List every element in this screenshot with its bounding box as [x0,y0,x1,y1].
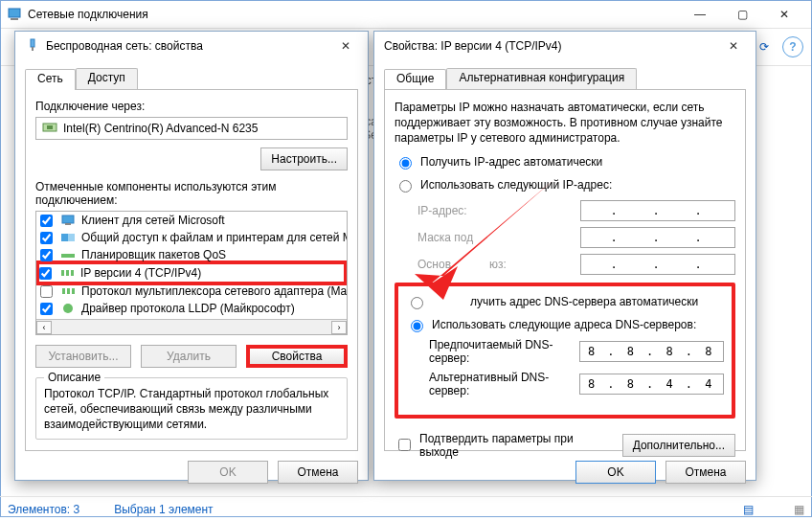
dlg1-title: Беспроводная сеть: свойства [46,39,333,53]
list-item-label: Протокол мультиплексора сетевого адаптер… [81,284,348,298]
list-item[interactable]: Клиент для сетей Microsoft [36,212,347,229]
radio-dns-manual-row[interactable]: Использовать следующие адреса DNS-сервер… [406,317,724,332]
tab-alt-config[interactable]: Альтернативная конфигурация [446,68,637,89]
status-selected: Выбран 1 элемент [114,503,213,516]
network-icon [7,7,22,22]
description-legend: Описание [44,371,104,384]
svg-rect-9 [68,234,75,241]
svg-rect-1 [11,18,18,20]
list-item-checkbox[interactable] [40,215,53,227]
dlg2-close-button[interactable]: ✕ [721,34,746,58]
tab-access[interactable]: Доступ [76,68,138,89]
view-details-icon[interactable]: ▤ [743,503,754,516]
radio-ip-manual[interactable] [399,180,412,193]
install-button[interactable]: Установить... [35,345,131,368]
help-icon[interactable]: ? [782,36,803,57]
alternate-dns-input[interactable]: 8.8.4.4 [579,374,724,395]
remove-button[interactable]: Удалить [141,345,237,368]
ethernet-icon [42,121,57,137]
svg-rect-14 [62,288,65,294]
svg-rect-6 [62,215,74,223]
list-item[interactable]: Протокол мультиплексора сетевого адаптер… [36,283,347,300]
list-item-checkbox[interactable] [40,303,53,315]
tab-network[interactable]: Сеть [25,69,76,90]
list-item[interactable]: Общий доступ к файлам и принтерам для се… [36,229,347,246]
description-fieldset: Описание Протокол TCP/IP. Стандартный пр… [35,377,348,440]
gateway-input: . . . [580,254,735,275]
intro-text: Параметры IP можно назначать автоматичес… [395,100,735,147]
main-titlebar: Сетевые подключения — ▢ ✕ [1,1,811,28]
svg-rect-5 [47,125,53,129]
dlg2-title: Свойства: IP версии 4 (TCP/IPv4) [384,39,721,53]
scroll-right-icon[interactable]: › [331,321,347,334]
components-listbox[interactable]: Клиент для сетей MicrosoftОбщий доступ к… [35,211,348,335]
svg-rect-8 [61,234,68,241]
component-icon [60,214,76,227]
alternate-dns-label: Альтернативный DNS-сервер: [429,371,579,397]
properties-button[interactable]: Свойства [246,345,348,368]
radio-ip-auto[interactable] [399,157,412,170]
maximize-button[interactable]: ▢ [721,1,763,28]
adapter-combo[interactable]: Intel(R) Centrino(R) Advanced-N 6235 [35,117,348,140]
confirm-on-exit-row[interactable]: Подтвердить параметры при выходе Дополни… [395,432,735,459]
radio-dns-auto-row[interactable]: лучить адрес DNS-сервера автоматически [406,294,724,309]
status-elements: Элементов: 3 [8,503,79,516]
svg-rect-16 [72,288,75,294]
list-item-checkbox[interactable] [40,232,53,244]
radio-ip-manual-label: Использовать следующий IP-адрес: [420,178,612,192]
svg-rect-15 [67,288,70,294]
list-item-checkbox[interactable] [40,249,53,261]
description-text: Протокол TCP/IP. Стандартный протокол гл… [44,386,339,433]
status-bar: Элементов: 3 Выбран 1 элемент ▤ ▦ [0,496,812,521]
minimize-button[interactable]: — [679,1,721,28]
component-icon [60,284,76,298]
dlg1-titlebar: Беспроводная сеть: свойства ✕ [15,32,368,60]
radio-ip-auto-label: Получить IP-адрес автоматически [420,155,602,169]
radio-ip-manual-row[interactable]: Использовать следующий IP-адрес: [395,177,735,193]
view-large-icon[interactable]: ▦ [794,503,804,516]
dlg1-tabs: Сеть Доступ [25,68,358,89]
svg-rect-10 [61,254,75,258]
list-item-checkbox[interactable] [40,285,53,298]
dlg2-cancel-button[interactable]: Отмена [665,461,746,484]
dlg1-cancel-button[interactable]: Отмена [278,461,358,484]
horizontal-scrollbar[interactable]: ‹ › [36,319,347,334]
refresh-icon[interactable]: ⟳ [754,36,775,57]
network-small-icon [25,37,40,56]
scroll-left-icon[interactable]: ‹ [36,321,52,334]
list-item-checkbox[interactable] [39,267,52,280]
main-title: Сетевые подключения [28,8,679,21]
list-item[interactable]: Драйвер протокола LLDP (Майкрософт) [36,300,347,317]
ip-address-input: . . . [580,200,735,221]
dlg1-close-button[interactable]: ✕ [333,34,358,58]
connect-via-label: Подключение через: [35,100,348,113]
radio-dns-manual[interactable] [411,320,423,332]
advanced-button[interactable]: Дополнительно... [622,434,735,457]
tab-general[interactable]: Общие [384,69,446,90]
svg-rect-12 [66,270,69,276]
dlg1-ok-button[interactable]: OK [188,461,268,484]
component-icon [60,302,76,315]
svg-point-17 [63,304,73,313]
svg-rect-13 [71,270,74,276]
close-button[interactable]: ✕ [763,1,805,28]
list-item-label: Драйвер протокола LLDP (Майкрософт) [81,302,295,315]
svg-rect-11 [61,270,64,276]
configure-button[interactable]: Настроить... [260,147,348,170]
ip-label: IP-адрес: [417,204,580,217]
preferred-dns-label: Предпочитаемый DNS-сервер: [429,338,579,365]
components-label: Отмеченные компоненты используются этим … [35,180,348,207]
svg-rect-7 [65,223,71,225]
list-item-label: Планировщик пакетов QoS [81,248,226,261]
dlg2-tabs: Общие Альтернативная конфигурация [384,68,746,89]
dlg2-titlebar: Свойства: IP версии 4 (TCP/IPv4) ✕ [374,32,756,60]
svg-rect-0 [9,9,20,17]
adapter-name: Intel(R) Centrino(R) Advanced-N 6235 [63,122,258,135]
confirm-on-exit-checkbox[interactable] [398,439,411,451]
radio-ip-auto-row[interactable]: Получить IP-адрес автоматически [395,154,735,170]
radio-dns-auto[interactable] [411,297,423,309]
dlg2-ok-button[interactable]: OK [575,461,656,484]
list-item-label: Общий доступ к файлам и принтерам для се… [81,231,348,244]
svg-rect-2 [31,39,34,47]
preferred-dns-input[interactable]: 8.8.8.8 [579,341,724,362]
